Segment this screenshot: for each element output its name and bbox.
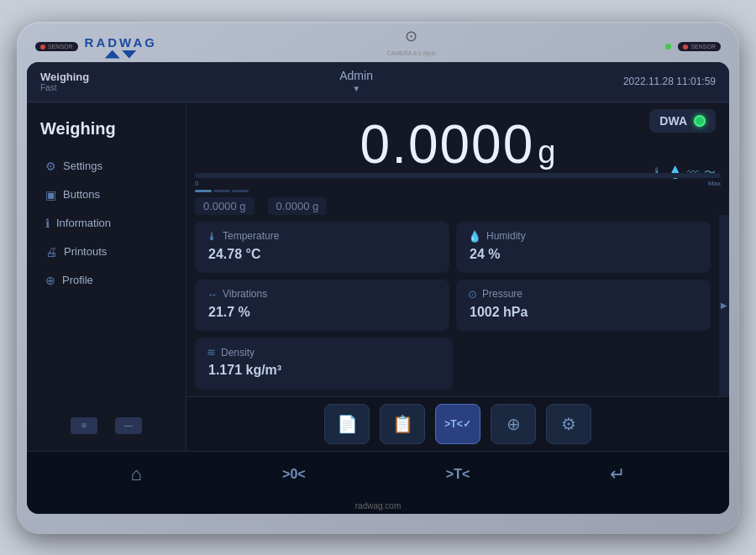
progress-bar: 0 Max: [195, 173, 721, 178]
temperature-icon: 🌡: [207, 230, 218, 243]
sub-weights-row: 0.0000 g 0.0000 g: [186, 194, 729, 215]
toolbar-btn-profile[interactable]: ⊕: [491, 404, 536, 444]
pressure-icon: ⊙: [468, 288, 477, 301]
toolbar-profile-icon: ⊕: [507, 414, 521, 434]
toolbar-btn-print[interactable]: 📄: [324, 404, 370, 444]
website-label: radwag.com: [355, 501, 401, 510]
printouts-icon: 🖨: [45, 245, 57, 259]
sidebar-item-settings[interactable]: ⚙ Settings: [37, 154, 176, 179]
main-content: Weighing ⚙ Settings ▣ Buttons ℹ Informat…: [27, 102, 729, 451]
toolbar-btn-save[interactable]: 📋: [380, 404, 425, 444]
sidebar-bottom-icons: ≡ —: [37, 409, 176, 434]
nav-tare[interactable]: >T<: [429, 462, 486, 487]
bottom-nav: ⌂ >0< >T< ↵: [27, 451, 729, 498]
brand-logo: RADWAG: [85, 35, 157, 50]
tab-3[interactable]: [232, 190, 249, 192]
sensors-area: 🌡 Temperature 24.78 °C 💧 Humidity 24 %: [186, 215, 729, 396]
top-bar-left: SENSOR RADWAG: [35, 35, 157, 59]
nav-enter[interactable]: ↵: [593, 458, 642, 490]
weight-unit: g: [538, 134, 555, 170]
toolbar-print-icon: 📄: [337, 414, 358, 434]
sidebar-item-profile-label: Profile: [62, 274, 93, 286]
sensor-card-pressure: ⊙ Pressure 1002 hPa: [456, 280, 711, 331]
weight-display-area: DWA 0.0000 g 🌡 💧 〰 〜: [186, 102, 729, 171]
header-datetime: 2022.11.28 11:01:59: [623, 76, 716, 87]
device-frame: SENSOR RADWAG ⊙ CAMERA 8.0 Mpio SENSOR: [17, 22, 739, 534]
sidebar-item-information-label: Information: [56, 217, 111, 229]
sidebar-item-information[interactable]: ℹ Information: [37, 211, 176, 236]
density-label: Density: [221, 347, 255, 359]
screen: Weighing Fast Admin ▼ 2022.11.28 11:01:5…: [27, 62, 729, 514]
toolbar-btn-settings[interactable]: ⚙: [546, 404, 591, 444]
top-bar-right: SENSOR: [665, 42, 721, 51]
progress-min: 0: [195, 180, 198, 187]
scroll-arrow-icon: ▶: [721, 301, 727, 310]
tab-2[interactable]: [213, 190, 230, 192]
density-value: 1.171 kg/m³: [207, 363, 441, 378]
sensor-dot-right: [683, 45, 688, 50]
zero-icon: >0<: [282, 467, 306, 482]
sensor-header-temperature: 🌡 Temperature: [207, 230, 438, 243]
sensors-grid: 🌡 Temperature 24.78 °C 💧 Humidity 24 %: [186, 215, 719, 396]
sidebar-item-settings-label: Settings: [63, 160, 102, 172]
sidebar-item-buttons-label: Buttons: [63, 188, 100, 201]
humidity-value: 24 %: [468, 247, 699, 262]
top-bar-center: ⊙ CAMERA 8.0 Mpio: [386, 27, 435, 67]
temperature-value: 24.78 °C: [207, 247, 438, 262]
sidebar-btn-1[interactable]: ≡: [71, 417, 97, 434]
sensor-label-right: SENSOR: [690, 44, 716, 50]
header-user: Admin ▼: [339, 69, 373, 95]
settings-icon: ⚙: [45, 160, 56, 173]
sensor-dot-left: [40, 45, 45, 50]
dwa-indicator: [694, 115, 706, 127]
dwa-badge: DWA: [649, 109, 716, 133]
sensor-card-vibrations: ↔ Vibrations 21.7 %: [195, 280, 449, 331]
toolbar-settings-icon: ⚙: [561, 414, 576, 434]
sidebar-item-profile[interactable]: ⊕ Profile: [37, 268, 176, 293]
nav-zero[interactable]: >0<: [265, 462, 323, 487]
progress-bar-container: 0 Max: [186, 171, 729, 181]
sensor-card-density: ≋ Density 1.171 kg/m³: [195, 338, 453, 389]
sidebar-title: Weighing: [37, 119, 176, 139]
sidebar-item-printouts-label: Printouts: [64, 245, 107, 258]
toolbar-save-icon: 📋: [392, 414, 413, 434]
dropdown-arrow[interactable]: ▼: [339, 82, 373, 95]
temperature-label: Temperature: [223, 230, 279, 242]
vibrations-icon: ↔: [207, 288, 218, 301]
sidebar-item-buttons[interactable]: ▣ Buttons: [37, 182, 176, 207]
sensor-header-pressure: ⊙ Pressure: [468, 288, 699, 301]
sensor-header-density: ≋ Density: [207, 346, 441, 359]
home-icon: ⌂: [131, 463, 142, 485]
sensor-badge-right: SENSOR: [678, 42, 721, 51]
sidebar-btn-2[interactable]: —: [115, 417, 142, 434]
header-bar: Weighing Fast Admin ▼ 2022.11.28 11:01:5…: [27, 62, 729, 102]
toolbar-area: 📄 📋 >T<✓ ⊕ ⚙: [186, 396, 729, 451]
toolbar-tare-icon: >T<✓: [444, 418, 470, 430]
pressure-label: Pressure: [482, 288, 522, 300]
weight-main-value: 0.0000: [360, 118, 535, 171]
profile-icon: ⊕: [45, 274, 55, 287]
sub-weight-2: 0.0000 g: [268, 197, 328, 215]
buttons-icon: ▣: [45, 188, 56, 202]
tare-icon: >T<: [446, 467, 470, 482]
enter-icon: ↵: [610, 463, 625, 485]
sensor-card-temperature: 🌡 Temperature 24.78 °C: [195, 222, 449, 273]
sidebar: Weighing ⚙ Settings ▣ Buttons ℹ Informat…: [27, 102, 186, 451]
weight-display: 0.0000 g: [360, 114, 556, 171]
header-mode: Weighing: [40, 71, 89, 83]
sub-weight-1: 0.0000 g: [195, 197, 255, 215]
right-scroll[interactable]: ▶: [719, 215, 729, 396]
vibrations-label: Vibrations: [223, 288, 267, 300]
top-bar: SENSOR RADWAG ⊙ CAMERA 8.0 Mpio SENSOR: [27, 32, 729, 62]
sensor-header-humidity: 💧 Humidity: [468, 230, 699, 243]
sensor-card-humidity: 💧 Humidity 24 %: [456, 222, 711, 273]
pressure-value: 1002 hPa: [468, 305, 699, 320]
nav-home[interactable]: ⌂: [114, 458, 159, 490]
toolbar-btn-tare[interactable]: >T<✓: [435, 404, 480, 444]
header-left: Weighing Fast: [40, 71, 89, 92]
sensor-label-left: SENSOR: [48, 44, 73, 50]
vibrations-value: 21.7 %: [207, 305, 438, 320]
tab-1[interactable]: [195, 190, 212, 192]
sidebar-item-printouts[interactable]: 🖨 Printouts: [37, 239, 176, 264]
humidity-icon: 💧: [468, 230, 481, 243]
